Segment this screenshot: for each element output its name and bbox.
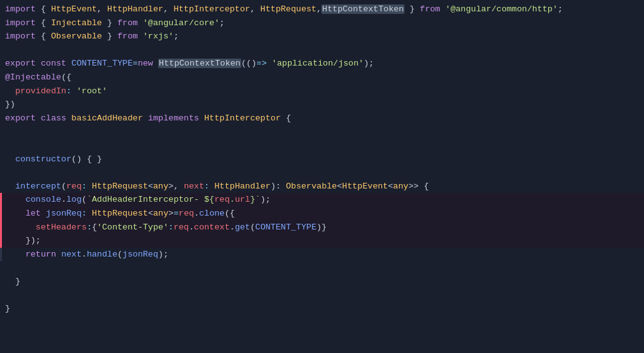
code-line: setHeaders:{'Content-Type':req.context.g… — [0, 221, 644, 234]
code-line: intercept(req: HttpRequest<any>, next: H… — [0, 180, 644, 194]
code-line: console.log(`AddHeaderInterceptor- ${req… — [0, 193, 644, 207]
code-line: constructor() { } — [0, 153, 644, 166]
code-line — [0, 43, 644, 57]
code-line — [0, 288, 644, 302]
code-line: let jsonReq: HttpRequest<any>=req.clone(… — [0, 207, 644, 221]
code-line: } — [0, 302, 644, 316]
code-line: return next.handle(jsonReq); — [0, 248, 644, 262]
code-line: }); — [0, 234, 644, 248]
code-line — [0, 139, 644, 153]
code-line: import { Injectable } from '@angular/cor… — [0, 16, 644, 30]
code-line: import { HttpEvent, HttpHandler, HttpInt… — [0, 3, 644, 16]
code-line — [0, 166, 644, 180]
code-line: providedIn: 'root' — [0, 84, 644, 98]
code-line — [0, 125, 644, 139]
highlighted-token: HttpContextToken — [321, 4, 405, 14]
code-line: import { Observable } from 'rxjs'; — [0, 30, 644, 43]
code-editor: import { HttpEvent, HttpHandler, HttpInt… — [0, 0, 644, 353]
code-line: } — [0, 275, 644, 289]
code-line — [0, 261, 644, 275]
code-line: export const CONTENT_TYPE=new HttpContex… — [0, 57, 644, 71]
code-line: }) — [0, 98, 644, 112]
code-line: export class basicAddHeader implements H… — [0, 112, 644, 125]
code-line: @Injectable({ — [0, 71, 644, 84]
highlighted-token: HttpContextToken — [158, 59, 241, 68]
